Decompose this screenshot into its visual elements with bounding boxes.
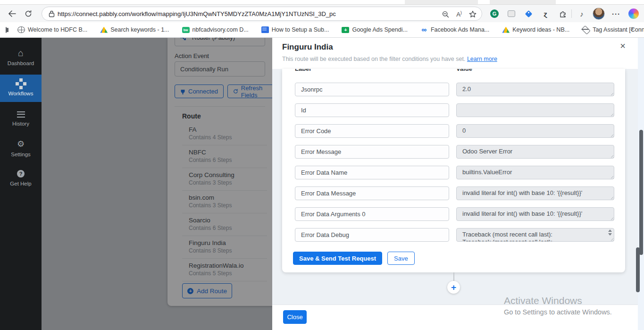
extensions-puzzle-icon[interactable] — [556, 5, 570, 23]
save-send-test-request-button[interactable]: Save & Send Test Request — [293, 252, 382, 265]
history-icon — [17, 111, 25, 118]
back-icon[interactable] — [4, 5, 20, 23]
zoom-page-icon[interactable] — [438, 7, 452, 21]
mapping-row: Traceback (most recent call last): Trace… — [295, 228, 625, 242]
sidebar-item-workflows[interactable]: Workflows — [0, 75, 42, 102]
media-extension-icon[interactable]: ♪ — [575, 5, 589, 23]
bookmark-google-ads-spendi[interactable]: + Google Ads Spendi... — [342, 26, 407, 33]
screen: https://connect.pabbly.com/workflow/mapp… — [0, 0, 644, 330]
tag-extension-icon[interactable] — [521, 5, 535, 23]
sidebar-item-settings[interactable]: Settings — [0, 135, 42, 161]
bookmark-keyword-ideas-nb[interactable]: Keyword ideas - NB... — [502, 26, 569, 33]
notes-extension-icon[interactable] — [504, 5, 519, 23]
lock-icon[interactable] — [49, 10, 55, 17]
modal-backdrop-overlay[interactable] — [42, 38, 272, 330]
sidebar-item-dashboard[interactable]: Dashboard — [0, 43, 42, 71]
field-label-error-code[interactable] — [295, 124, 449, 138]
label-column-header: Label — [295, 69, 456, 73]
field-value-error-data-debug[interactable]: Traceback (most recent call last): Trace… — [456, 228, 614, 242]
column-headers: Label Value — [282, 69, 625, 73]
keywords-extension-icon[interactable]: ɀ — [538, 5, 552, 23]
learn-more-link[interactable]: Learn more — [467, 56, 497, 62]
ads-triangle-icon — [502, 27, 510, 33]
add-step-button[interactable]: + — [447, 281, 460, 294]
sidebar-item-history[interactable]: History — [0, 106, 42, 132]
workflow-connector-line — [453, 272, 454, 281]
mapping-form-card: Label Value 2.0 0 Odoo Server Error b — [282, 69, 625, 272]
browser-toolbar: https://connect.pabbly.com/workflow/mapp… — [0, 4, 644, 22]
save-button[interactable]: Save — [387, 252, 415, 265]
mapping-row: Odoo Server Error — [295, 145, 625, 159]
resize-handle-icon[interactable] — [609, 174, 613, 178]
field-value-error-code[interactable]: 0 — [456, 124, 614, 138]
resize-handle-icon[interactable] — [609, 133, 613, 137]
copilot-icon[interactable] — [627, 5, 641, 23]
meta-icon: ∞ — [420, 26, 428, 34]
field-label-id[interactable] — [295, 103, 449, 117]
modal-title: Finguru India — [282, 42, 333, 52]
home-icon — [18, 49, 24, 57]
refresh-icon[interactable] — [21, 5, 36, 23]
field-value-id[interactable] — [456, 103, 614, 117]
profile-avatar[interactable] — [592, 5, 606, 23]
grammarly-extension-icon[interactable]: G — [487, 5, 502, 23]
doc-blue-icon — [261, 26, 269, 33]
workflow-canvas: Router (Pabbly) Action Event Conditional… — [42, 38, 272, 330]
tag-slash-icon — [582, 25, 591, 34]
close-button[interactable]: Close — [283, 310, 307, 324]
drawer-scrollbar-thumb[interactable] — [636, 247, 640, 292]
browser-tab[interactable] — [490, 0, 556, 4]
sheet-green-icon: + — [342, 27, 349, 33]
bookmark-search-keywords-1[interactable]: Search keywords - 1... — [100, 26, 169, 33]
app-sidebar: Dashboard Workflows History Settings ? G… — [0, 38, 42, 330]
modal-header: Finguru India This route will be execute… — [272, 38, 638, 69]
sidebar-toggle-icon[interactable] — [6, 27, 7, 33]
browser-tab[interactable] — [405, 0, 478, 4]
field-label-error-data-debug[interactable] — [295, 228, 449, 242]
mapping-row — [295, 103, 625, 117]
field-label-error-data-message[interactable] — [295, 186, 449, 200]
toolbar-divider — [571, 9, 572, 18]
sidebar-item-get-help[interactable]: ? Get Help — [0, 165, 42, 191]
drawer-footer: Close — [272, 305, 638, 330]
bookmark-how-to-setup-a-sub[interactable]: How to Setup a Sub... — [261, 26, 329, 33]
bookmark-tag-assistant-conn[interactable]: Tag Assistant [Conn... — [582, 26, 644, 33]
modal-buttons: Save & Send Test Request Save — [293, 252, 415, 265]
mapping-row: invalid literal for int() with base 10: … — [295, 186, 625, 200]
resize-handle-icon[interactable] — [609, 237, 613, 241]
field-label-error-data-name[interactable] — [295, 166, 449, 179]
bookmark-welcome-to-hdfc-b[interactable]: Welcome to HDFC B... — [17, 26, 87, 33]
field-label-jsonrpc[interactable] — [295, 83, 449, 96]
resize-handle-icon[interactable] — [609, 112, 613, 116]
textarea-scroll-arrows-icon[interactable] — [607, 229, 613, 236]
bookmark-facebook-ads-mana[interactable]: ∞ Facebook Ads Mana... — [420, 26, 489, 34]
field-value-error-data-name[interactable]: builtins.ValueError — [456, 166, 614, 179]
settings-icon — [17, 140, 25, 148]
help-icon: ? — [17, 170, 25, 178]
resize-handle-icon[interactable] — [609, 216, 613, 220]
read-aloud-icon[interactable]: A) — [452, 7, 466, 21]
url-text[interactable]: https://connect.pabbly.com/workflow/mapp… — [58, 10, 336, 17]
clipped-text-line: Traceback (most recent call last): — [462, 238, 603, 242]
route-detail-drawer: Finguru India This route will be execute… — [272, 38, 638, 330]
favorite-star-icon[interactable] — [466, 7, 480, 21]
bookmark-nbfcadvisory-com-d[interactable]: bw nbfcadvisory.com D... — [182, 26, 249, 33]
resize-handle-icon[interactable] — [609, 153, 613, 158]
value-column-header: Value — [456, 69, 472, 73]
field-label-error-data-arguments-0[interactable] — [295, 207, 449, 221]
bookmarks-overflow-chevron[interactable]: › — [631, 23, 634, 34]
close-icon[interactable]: × — [620, 41, 626, 51]
resize-handle-icon[interactable] — [609, 195, 613, 199]
field-label-error-message[interactable] — [295, 145, 449, 159]
bookmarks-bar: Welcome to HDFC B... Search keywords - 1… — [0, 22, 644, 38]
mapping-fields: 2.0 0 Odoo Server Error builtins.ValueEr… — [282, 83, 625, 242]
mapping-row: 2.0 — [295, 83, 625, 96]
more-menu-icon[interactable]: ··· — [609, 5, 623, 23]
field-value-error-data-arguments-0[interactable]: invalid literal for int() with base 10: … — [456, 207, 614, 221]
address-bar[interactable]: https://connect.pabbly.com/workflow/mapp… — [42, 7, 482, 21]
field-value-error-data-message[interactable]: invalid literal for int() with base 10: … — [456, 186, 614, 200]
field-value-error-message[interactable]: Odoo Server Error — [456, 145, 614, 159]
field-value-jsonrpc[interactable]: 2.0 — [456, 83, 614, 96]
resize-handle-icon[interactable] — [609, 91, 613, 95]
page-scrollbar-thumb[interactable] — [639, 130, 643, 255]
